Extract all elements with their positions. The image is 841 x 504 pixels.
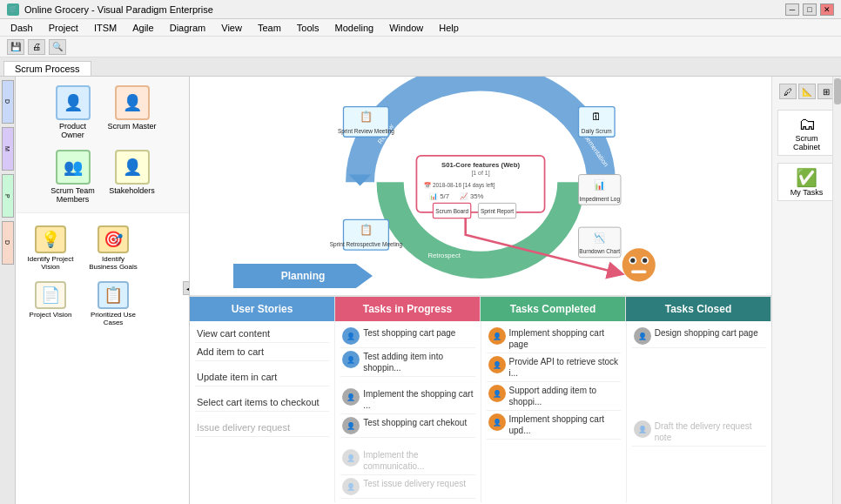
- scrum-cabinet-icon: 🗂: [782, 114, 832, 134]
- sidebar-item-model-explorer[interactable]: M: [2, 127, 14, 171]
- project-vision-doc-label: Project Vision: [30, 311, 72, 319]
- project-vision-icon: 💡: [35, 225, 66, 253]
- menu-modeling[interactable]: Modeling: [328, 21, 381, 35]
- scrum-master-icon: 👤: [115, 85, 150, 120]
- sidebar-item-backlog[interactable]: D: [2, 221, 14, 265]
- window-title: Online Grocery - Visual Paradigm Enterpr…: [24, 4, 213, 15]
- task-test-delivery[interactable]: 👤 Test issue delivery request: [340, 475, 474, 499]
- tab-scrum-process[interactable]: Scrum Process: [3, 61, 91, 76]
- svg-text:📅 2018-08-16 [14 days left]: 📅 2018-08-16 [14 days left]: [424, 181, 495, 189]
- right-toolbar-icons: 🖊 📐 ⊞: [779, 84, 835, 99]
- col-header-user-stories: User Stories: [190, 297, 335, 321]
- story-select-checkout[interactable]: Select cart items to checkout: [195, 393, 329, 412]
- sidebar-item-diagram-navigator[interactable]: D: [2, 80, 14, 124]
- task-avatar-5: 👤: [342, 449, 360, 467]
- collapse-left-panel-button[interactable]: ◀: [183, 281, 190, 295]
- task-support-add[interactable]: 👤 Support adding item to shoppi...: [487, 382, 621, 411]
- toolbar-btn-2[interactable]: 🖨: [28, 39, 45, 55]
- use-cases-label: Prioritized Use Cases: [87, 311, 139, 326]
- story-add-item[interactable]: Add item to cart: [195, 343, 329, 361]
- task-design-cart-page[interactable]: 👤 Design shopping cart page: [632, 325, 766, 348]
- story-update-item[interactable]: Update item in cart: [195, 368, 329, 386]
- svg-text:📋: 📋: [360, 110, 373, 123]
- task-implement-comm[interactable]: 👤 Implement the communicatio...: [340, 447, 474, 475]
- team-members-icon: 👥: [56, 150, 91, 185]
- toolbar-btn-1[interactable]: 💾: [7, 39, 24, 55]
- svg-text:Retrospect: Retrospect: [427, 252, 461, 259]
- svg-point-33: [630, 259, 635, 263]
- task-avatar-6: 👤: [342, 478, 360, 495]
- my-tasks-widget[interactable]: ✅ My Tasks: [777, 163, 837, 201]
- titlebar-left: 🛒 Online Grocery - Visual Paradigm Enter…: [7, 3, 213, 16]
- stakeholders-icon: 👤: [115, 150, 150, 185]
- sprint-diagram: Review Implementation Retrospect S01-Cor…: [190, 77, 771, 295]
- menu-view[interactable]: View: [214, 21, 249, 35]
- toolbar-btn-3[interactable]: 🔍: [49, 39, 66, 55]
- team-members-label: Scrum Team Members: [47, 186, 99, 204]
- task-test-cart-page[interactable]: 👤 Test shopping cart page: [340, 325, 474, 348]
- task-draft-delivery[interactable]: 👤 Draft the delivery request note: [632, 418, 766, 447]
- task-test-add-item[interactable]: 👤 Test adding item into shoppin...: [340, 348, 474, 377]
- maximize-button[interactable]: □: [803, 3, 817, 16]
- tab-bar: Scrum Process: [0, 57, 841, 77]
- scrum-master-label: Scrum Master: [107, 122, 156, 131]
- sidebar-item-property[interactable]: P: [2, 174, 14, 218]
- task-implement-cart-page[interactable]: 👤 Implement shopping cart page: [487, 325, 621, 353]
- svg-text:S01-Core features (Web): S01-Core features (Web): [441, 161, 520, 169]
- svg-text:📉: 📉: [594, 232, 605, 244]
- svg-text:Sprint Retrospective Meeting: Sprint Retrospective Meeting: [330, 241, 403, 248]
- titlebar: 🛒 Online Grocery - Visual Paradigm Enter…: [0, 0, 841, 19]
- svg-text:Daily Scrum: Daily Scrum: [582, 128, 612, 135]
- vertical-scrollbar[interactable]: [832, 77, 841, 504]
- left-panel: 👤 Product Owner 👤 Scrum Master 👥 Scrum T…: [16, 77, 190, 504]
- menu-diagram[interactable]: Diagram: [163, 21, 213, 35]
- minimize-button[interactable]: ─: [785, 3, 799, 16]
- task-avatar-10: 👤: [488, 413, 506, 431]
- product-owner-label: Product Owner: [47, 122, 99, 139]
- svg-text:Sprint Report: Sprint Report: [481, 208, 514, 215]
- task-provide-api[interactable]: 👤 Provide API to retrieve stock i...: [487, 353, 621, 382]
- app-icon: 🛒: [7, 3, 19, 16]
- story-issue-delivery[interactable]: Issue delivery request: [195, 419, 329, 437]
- person-product-owner: 👤 Product Owner: [47, 85, 99, 139]
- task-test-checkout[interactable]: 👤 Test shopping cart chekout: [340, 414, 474, 438]
- task-avatar-1: 👤: [342, 327, 360, 345]
- menu-help[interactable]: Help: [432, 21, 466, 35]
- svg-text:📋: 📋: [360, 223, 373, 236]
- svg-text:Burndown Chart: Burndown Chart: [579, 248, 620, 254]
- my-tasks-icon: ✅: [782, 167, 832, 188]
- project-vision-item: 📄 Project Vision: [24, 281, 77, 326]
- svg-point-34: [643, 259, 647, 263]
- diagram-area: Review Implementation Retrospect S01-Cor…: [190, 77, 841, 504]
- my-tasks-label: My Tasks: [782, 188, 832, 197]
- svg-text:Sprint Review Meeting: Sprint Review Meeting: [338, 128, 394, 135]
- menu-itsm[interactable]: ITSM: [87, 21, 124, 35]
- menu-agile[interactable]: Agile: [125, 21, 160, 35]
- col-header-in-progress: Tasks in Progress: [335, 297, 481, 321]
- task-avatar-9: 👤: [488, 385, 506, 402]
- menu-dash[interactable]: Dash: [3, 21, 40, 35]
- svg-text:🗓: 🗓: [591, 111, 602, 123]
- menu-project[interactable]: Project: [42, 21, 85, 35]
- task-implement-update[interactable]: 👤 Implement shopping cart upd...: [487, 411, 621, 440]
- svg-text:📈 35%: 📈 35%: [460, 192, 484, 200]
- svg-text:📊 5/7: 📊 5/7: [429, 192, 449, 200]
- window-controls[interactable]: ─ □ ✕: [785, 3, 834, 16]
- scrollbar-thumb[interactable]: [834, 78, 841, 104]
- task-implement-cart[interactable]: 👤 Implement the shopping cart ...: [340, 386, 474, 414]
- business-goals-icon: 🎯: [98, 225, 129, 253]
- story-view-cart[interactable]: View cart content: [195, 325, 329, 343]
- menu-team[interactable]: Team: [251, 21, 288, 35]
- cycle-diagram-svg: Review Implementation Retrospect S01-Cor…: [190, 77, 771, 295]
- menu-tools[interactable]: Tools: [290, 21, 326, 35]
- col-header-completed: Tasks Completed: [481, 297, 626, 321]
- close-button[interactable]: ✕: [820, 3, 834, 16]
- menu-window[interactable]: Window: [382, 21, 430, 35]
- scrum-cabinet-widget[interactable]: 🗂 Scrum Cabinet: [777, 110, 837, 156]
- svg-rect-35: [631, 270, 646, 272]
- task-avatar-3: 👤: [342, 388, 360, 406]
- toolbar-icon-2[interactable]: 📐: [798, 84, 816, 99]
- person-scrum-master: 👤 Scrum Master: [106, 85, 158, 139]
- toolbar-icon-1[interactable]: 🖊: [779, 84, 797, 99]
- col-in-progress-body: 👤 Test shopping cart page 👤 Test adding …: [335, 321, 481, 502]
